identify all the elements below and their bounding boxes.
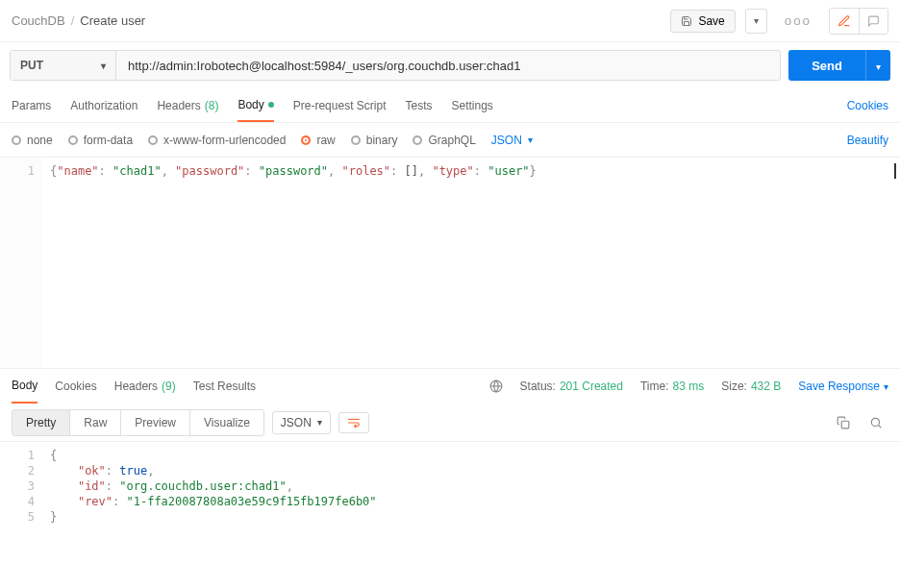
body-type-xwww[interactable]: x-www-form-urlencoded bbox=[148, 134, 286, 147]
chevron-down-icon: ▾ bbox=[876, 61, 881, 72]
save-icon bbox=[681, 15, 692, 27]
top-actions: Save ▾ ooo bbox=[670, 8, 888, 35]
time-value: 83 ms bbox=[673, 380, 705, 393]
breadcrumb-root[interactable]: CouchDB bbox=[12, 13, 65, 28]
label: JSON bbox=[281, 416, 312, 429]
chevron-down-icon: ▾ bbox=[754, 15, 759, 26]
svg-line-5 bbox=[879, 425, 882, 428]
method-url-group: PUT ▾ bbox=[10, 50, 781, 81]
body-type-formdata[interactable]: form-data bbox=[68, 134, 133, 147]
cookies-link[interactable]: Cookies bbox=[847, 99, 888, 112]
body-type-none[interactable]: none bbox=[12, 134, 53, 147]
status-value: 201 Created bbox=[560, 380, 623, 393]
globe-icon bbox=[489, 380, 503, 393]
save-caret-button[interactable]: ▾ bbox=[745, 9, 767, 34]
time-label: Time: bbox=[640, 380, 669, 393]
radio-icon bbox=[12, 135, 21, 145]
time-block: Time: 83 ms bbox=[640, 380, 704, 393]
radio-icon bbox=[301, 135, 311, 145]
edit-button[interactable] bbox=[830, 9, 859, 34]
response-code[interactable]: { "ok": true, "id": "org.couchdb.user:ch… bbox=[42, 442, 900, 557]
resp-tab-headers[interactable]: Headers (9) bbox=[114, 369, 176, 404]
status-block: Status: 201 Created bbox=[520, 380, 623, 393]
tab-headers[interactable]: Headers (8) bbox=[157, 88, 218, 122]
beautify-link[interactable]: Beautify bbox=[847, 134, 888, 147]
svg-point-4 bbox=[871, 418, 879, 426]
svg-rect-3 bbox=[841, 421, 849, 429]
tab-params[interactable]: Params bbox=[12, 88, 51, 122]
comments-button[interactable] bbox=[859, 9, 888, 34]
label: JSON bbox=[491, 134, 522, 147]
label: raw bbox=[316, 134, 335, 147]
radio-icon bbox=[148, 135, 158, 145]
editor-code[interactable]: {"name": "chad1", "password": "password"… bbox=[42, 158, 900, 368]
chevron-down-icon: ▾ bbox=[317, 417, 322, 428]
wrap-icon bbox=[347, 417, 361, 429]
request-row: PUT ▾ Send ▾ bbox=[0, 42, 900, 88]
body-type-row: none form-data x-www-form-urlencoded raw… bbox=[0, 123, 900, 158]
label: x-www-form-urlencoded bbox=[163, 134, 286, 147]
headers-count: (8) bbox=[205, 99, 219, 112]
tab-tests[interactable]: Tests bbox=[405, 88, 432, 122]
body-type-raw[interactable]: raw bbox=[301, 134, 335, 147]
tab-body[interactable]: Body bbox=[238, 88, 273, 122]
radio-icon bbox=[351, 135, 361, 145]
network-icon[interactable] bbox=[489, 380, 503, 393]
tab-headers-label: Headers bbox=[157, 99, 200, 112]
right-icon-pair bbox=[829, 8, 888, 35]
tab-prerequest[interactable]: Pre-request Script bbox=[293, 88, 387, 122]
save-label: Save bbox=[698, 14, 724, 28]
tab-authorization[interactable]: Authorization bbox=[70, 88, 138, 122]
label: Save Response bbox=[798, 380, 880, 393]
request-body-editor[interactable]: 1 {"name": "chad1", "password": "passwor… bbox=[0, 158, 900, 369]
body-format-select[interactable]: JSON▾ bbox=[491, 134, 533, 147]
response-toolbar: Pretty Raw Preview Visualize JSON ▾ bbox=[0, 404, 900, 442]
size-value: 432 B bbox=[751, 380, 781, 393]
copy-icon bbox=[837, 416, 850, 429]
tab-body-label: Body bbox=[238, 98, 263, 111]
tab-settings[interactable]: Settings bbox=[452, 88, 493, 122]
send-caret-button[interactable]: ▾ bbox=[865, 50, 890, 81]
view-raw[interactable]: Raw bbox=[69, 410, 120, 435]
search-button[interactable] bbox=[863, 412, 888, 433]
view-visualize[interactable]: Visualize bbox=[189, 410, 263, 435]
label: GraphQL bbox=[428, 134, 475, 147]
breadcrumb: CouchDB / Create user bbox=[12, 13, 145, 28]
search-icon bbox=[869, 416, 883, 429]
size-block: Size: 432 B bbox=[721, 380, 781, 393]
response-format-select[interactable]: JSON ▾ bbox=[272, 411, 331, 434]
radio-icon bbox=[68, 135, 78, 145]
label: form-data bbox=[84, 134, 133, 147]
view-preview[interactable]: Preview bbox=[120, 410, 189, 435]
label: binary bbox=[366, 134, 398, 147]
save-response-button[interactable]: Save Response ▾ bbox=[798, 380, 888, 393]
send-button[interactable]: Send bbox=[788, 50, 865, 81]
resp-headers-count: (9) bbox=[162, 380, 176, 393]
top-header: CouchDB / Create user Save ▾ ooo bbox=[0, 0, 900, 42]
size-label: Size: bbox=[721, 380, 747, 393]
url-input[interactable] bbox=[116, 51, 780, 80]
modified-dot-icon bbox=[268, 102, 274, 108]
view-pretty[interactable]: Pretty bbox=[12, 410, 69, 435]
body-type-graphql[interactable]: GraphQL bbox=[412, 134, 475, 147]
status-label: Status: bbox=[520, 380, 556, 393]
response-gutter: 12345 bbox=[0, 442, 42, 557]
resp-tab-cookies[interactable]: Cookies bbox=[55, 369, 96, 404]
text-cursor bbox=[894, 163, 896, 179]
resp-tab-body[interactable]: Body bbox=[12, 369, 38, 404]
more-actions-button[interactable]: ooo bbox=[777, 9, 819, 34]
body-type-binary[interactable]: binary bbox=[351, 134, 398, 147]
wrap-toggle[interactable] bbox=[338, 412, 369, 433]
label: Headers bbox=[114, 380, 158, 393]
resp-tab-tests[interactable]: Test Results bbox=[193, 369, 256, 404]
response-body-viewer[interactable]: 12345 { "ok": true, "id": "org.couchdb.u… bbox=[0, 442, 900, 557]
breadcrumb-current: Create user bbox=[80, 13, 145, 28]
method-select[interactable]: PUT ▾ bbox=[11, 51, 116, 80]
response-header: Body Cookies Headers (9) Test Results St… bbox=[0, 369, 900, 404]
save-button[interactable]: Save bbox=[670, 10, 735, 33]
comment-icon bbox=[867, 14, 880, 28]
copy-button[interactable] bbox=[831, 412, 856, 433]
view-tabs: Pretty Raw Preview Visualize bbox=[12, 409, 264, 436]
chevron-down-icon: ▾ bbox=[101, 61, 106, 71]
pencil-icon bbox=[838, 14, 851, 28]
